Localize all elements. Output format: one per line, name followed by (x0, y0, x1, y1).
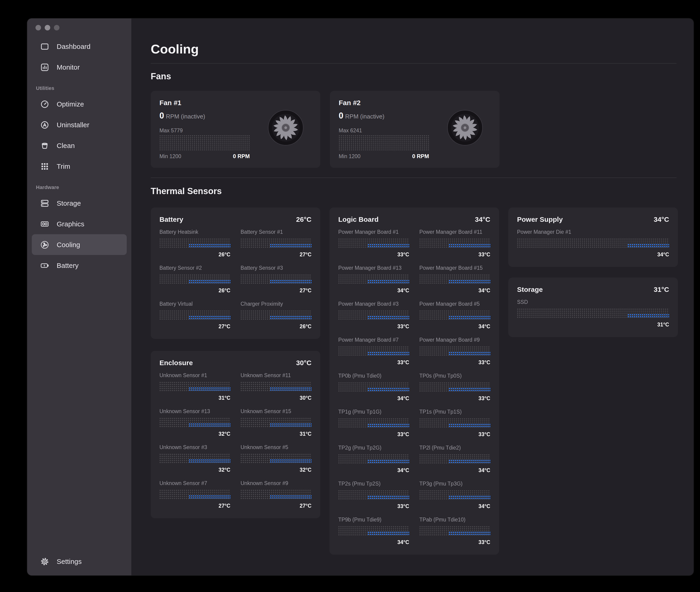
sensor-card-temp: 26°C (296, 215, 312, 223)
sensor-card-header: Logic Board 34°C (338, 215, 490, 223)
sensor-temp: 27°C (159, 324, 230, 330)
graphics-icon (39, 218, 50, 229)
sensor-item: Power Manager Board #11 33°C (419, 229, 490, 258)
sidebar-item-clean[interactable]: Clean (32, 135, 127, 156)
sidebar-item-trim[interactable]: Trim (32, 156, 127, 177)
fans-row: Fan #1 0RPM (inactive) Max 5779 Min 1200… (151, 91, 677, 168)
fan-card-1: Fan #1 0RPM (inactive) Max 5779 Min 1200… (151, 91, 320, 168)
optimize-icon (39, 98, 50, 109)
sensor-history-fill (270, 387, 312, 391)
sidebar-item-dashboard[interactable]: Dashboard (32, 36, 127, 57)
thermal-column-3: Power Supply 34°C Power Manager Die #1 3… (508, 207, 678, 337)
sensor-label: Unknown Sensor #15 (240, 408, 312, 414)
sensor-history-bar (159, 418, 230, 428)
sensor-label: Power Manager Board #5 (419, 301, 490, 307)
sensor-card-storage: Storage 31°C SSD 31°C (508, 278, 678, 337)
sensor-history-fill (449, 388, 490, 392)
sidebar-item-uninstaller[interactable]: Uninstaller (32, 114, 127, 135)
sensor-card-title: Power Supply (517, 215, 563, 223)
app-window: Dashboard Monitor Utilities Optimize (27, 18, 694, 576)
sensor-temp: 34°C (419, 288, 490, 294)
fans-section-heading: Fans (151, 71, 677, 82)
sensor-history-bar (338, 454, 409, 464)
sensor-history-fill (368, 496, 409, 500)
sensor-temp: 27°C (240, 503, 312, 509)
sensor-history-bar (517, 308, 669, 318)
sensor-history-fill (270, 316, 312, 320)
fan-bottom-row: Min 1200 0 RPM (339, 153, 429, 159)
sensor-label: TP2l (Pmu Tdie2) (419, 445, 490, 451)
sensor-label: TP3g (Pmu Tp3G) (419, 481, 490, 487)
fan-rpm-value: 0 (339, 111, 343, 120)
cooling-icon (39, 239, 50, 250)
sensor-temp: 33°C (419, 252, 490, 258)
sensor-history-bar (338, 382, 409, 392)
sensor-item: TP2g (Pmu Tp2G) 34°C (338, 445, 409, 474)
sensor-label: Power Manager Board #1 (338, 229, 409, 235)
sidebar-item-battery[interactable]: Battery (32, 255, 127, 276)
sensor-history-bar (338, 526, 409, 536)
sensor-label: Power Manager Board #9 (419, 337, 490, 343)
sidebar-item-label: Settings (57, 557, 82, 565)
sensor-temp: 33°C (338, 360, 409, 365)
sidebar-item-label: Battery (57, 261, 78, 269)
sensor-history-fill (189, 459, 230, 463)
sensor-temp: 33°C (419, 432, 490, 438)
sensor-card-header: Power Supply 34°C (517, 215, 669, 223)
sidebar-item-optimize[interactable]: Optimize (32, 94, 127, 114)
sensor-history-bar (419, 238, 490, 248)
sidebar-item-cooling[interactable]: Cooling (32, 234, 127, 255)
sensor-item: Charger Proximity 26°C (240, 301, 312, 330)
fan-rpm-value: 0 (159, 111, 164, 120)
window-close-button[interactable] (36, 25, 41, 31)
sidebar-nav: Dashboard Monitor Utilities Optimize (27, 36, 131, 276)
sidebar-item-monitor[interactable]: Monitor (32, 57, 127, 78)
sidebar-item-graphics[interactable]: Graphics (32, 213, 127, 234)
sensor-temp: 34°C (338, 396, 409, 402)
sensor-label: Power Manager Board #7 (338, 337, 409, 343)
sensor-history-bar (159, 490, 230, 500)
sensor-history-fill (628, 244, 669, 248)
sensor-history-fill (270, 244, 312, 248)
sensor-history-bar (517, 238, 669, 248)
sensor-history-fill (368, 280, 409, 284)
sensor-history-bar (419, 526, 490, 536)
thermal-column-1: Battery 26°C Battery Heatsink 26°C (151, 207, 320, 518)
sensor-item: Battery Sensor #3 27°C (240, 265, 312, 294)
fan-current-rpm: 0 RPM (233, 153, 250, 159)
window-zoom-button[interactable] (54, 25, 59, 31)
sensor-card-header: Battery 26°C (159, 215, 312, 223)
sensor-history-bar (240, 310, 312, 320)
sidebar-item-settings[interactable]: Settings (32, 551, 127, 572)
uninstaller-icon (39, 119, 50, 130)
sensor-temp: 32°C (240, 467, 312, 473)
sensor-item: Battery Virtual 27°C (159, 301, 230, 330)
fan-name: Fan #2 (339, 99, 491, 106)
window-minimize-button[interactable] (45, 25, 50, 31)
sensor-history-fill (449, 280, 490, 284)
sensor-list: Battery Heatsink 26°C Battery Sensor #1 … (159, 229, 312, 330)
sidebar-item-label: Dashboard (57, 42, 91, 50)
sensor-history-fill (449, 244, 490, 248)
sidebar-item-label: Trim (57, 162, 70, 170)
sensor-history-fill (189, 495, 230, 499)
sensor-item: Power Manager Board #5 34°C (419, 301, 490, 330)
sensor-temp: 34°C (517, 252, 669, 258)
sensor-label: TP9b (Pmu Tdie9) (338, 517, 409, 523)
sidebar-group-hardware: Hardware (27, 177, 131, 193)
main-content: Cooling Fans Fan #1 0RPM (inactive) Max … (131, 18, 694, 576)
fan-name: Fan #1 (159, 99, 312, 106)
sensor-label: Power Manager Board #15 (419, 265, 490, 271)
sensor-label: Unknown Sensor #3 (159, 444, 230, 450)
sensor-history-fill (449, 352, 490, 356)
sensor-history-fill (270, 423, 312, 428)
sidebar-item-storage[interactable]: Storage (32, 193, 127, 213)
sensor-temp: 34°C (338, 467, 409, 474)
sensor-item: TP2l (Pmu Tdie2) 34°C (419, 445, 490, 474)
sensor-history-bar (419, 310, 490, 320)
sensor-temp: 34°C (419, 467, 490, 474)
sensor-history-bar (240, 454, 312, 464)
sensor-temp: 33°C (338, 252, 409, 258)
sidebar-item-label: Graphics (57, 220, 84, 228)
sensor-temp: 31°C (159, 395, 230, 401)
